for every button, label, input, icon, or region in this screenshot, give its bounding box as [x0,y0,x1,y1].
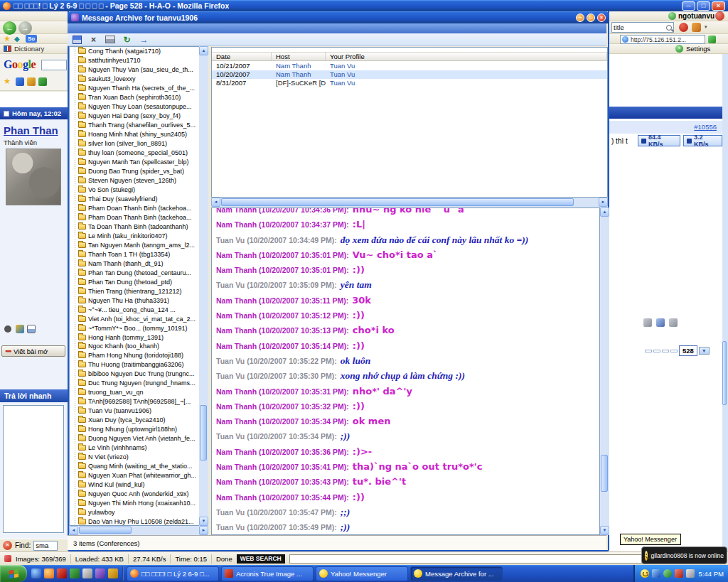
contact-item[interactable]: bibiboo Nguyen Duc Trung (trungnc... [70,370,199,379]
quicklaunch-icon[interactable] [44,568,54,578]
settings-link[interactable]: Settings [686,45,710,53]
contact-item[interactable]: Quang Minh (waiting_at_the_statio... [70,462,199,471]
scroll-right-arrow[interactable]: ► [199,526,208,535]
messages-scrollbar-vertical[interactable]: ▲ ▼ [600,208,609,535]
contact-item[interactable]: Tuan Vu (tuanvu1906) [70,406,199,416]
toolbar-extension-icon[interactable] [692,23,701,32]
menu-item[interactable] [17,17,26,18]
contact-item[interactable]: Thanh Toan 1 TH (tbg13354) [70,249,199,259]
page-dropdown[interactable]: ▼ [699,347,710,355]
column-date[interactable]: Date [212,53,272,60]
column-host[interactable]: Host [272,53,326,60]
dictionary-tab[interactable]: Dictionary [14,45,44,53]
table-row[interactable]: 8/31/2007 [DF]-SuCKeR [D... Tuan Vu [212,79,607,87]
tray-icon[interactable] [675,569,683,578]
contact-item[interactable]: Duong Bao Trung (spider_vs_bat) [70,167,199,176]
search-input[interactable]: title [611,22,674,33]
contact-item[interactable]: Nguyen Manh Tan (spellcaster_blp) [70,158,199,167]
table-row[interactable]: 10/21/2007 Nam Thanh Tuan Vu [212,62,607,70]
sidebar-tool-icon[interactable] [38,77,47,86]
avatar[interactable] [6,149,61,205]
maximize-button[interactable]: □ [697,1,710,11]
contact-item[interactable]: ~°~¥... tieu_cong_chua_124 ... [70,305,199,314]
adblock-icon[interactable] [679,23,688,32]
contact-item[interactable]: N Viet (vriezo) [70,453,199,462]
sidebar-tool-icon[interactable] [16,77,24,86]
scroll-down-arrow[interactable]: ▼ [199,517,208,526]
scroll-left-arrow[interactable]: ◄ [211,198,220,207]
contact-item[interactable]: Steven Nguyen (steven_126th) [70,176,199,185]
scrollbar-thumb[interactable] [79,527,132,534]
taskbar-button[interactable]: Acronis True Image ... [221,566,314,581]
thread-tool-icon[interactable] [656,318,665,327]
contact-item[interactable]: Wind Kul (wind_kul) [70,480,199,490]
back-button[interactable]: ← [3,21,16,35]
toolbar-overflow-icon[interactable]: ▾ [705,24,707,30]
contact-item[interactable]: Nam Thanh (thanh_dt_91) [70,259,199,268]
url-bar[interactable]: http://75.126.151.2... [620,35,705,44]
quicklaunch-icon[interactable] [95,568,105,578]
contact-item[interactable]: Viet Anh (toi_khoc_vi_mat_tat_ca_2... [70,314,199,323]
refresh-icon[interactable]: ↻ [122,35,132,45]
web-search-input[interactable] [289,554,646,564]
taskbar-button[interactable]: □□ □□□! □ Lý 2 6-9 □... [127,566,219,581]
scrollbar-thumb[interactable] [601,455,608,492]
archive-titlebar[interactable]: Message Archive for tuanvu1906 ─ □ × [68,11,609,23]
taskbar-button[interactable]: Message Archive for ... [410,566,503,581]
tree-scrollbar-vertical[interactable]: ▲ ▼ [199,46,208,526]
browser-scrollbar[interactable] [722,54,728,551]
page-link[interactable] [645,350,652,352]
contact-item[interactable]: Le Minh (taku_rinkitori0407) [70,231,199,240]
scroll-left-arrow[interactable]: ◄ [69,526,78,535]
contact-item[interactable]: thuy loan (someone_special_0501) [70,149,199,158]
contact-item[interactable]: TAnh[9692588] TAnh[9692588]_~[... [70,397,199,406]
contact-item[interactable]: Nguyen Xuan Phat (whitewarrior_gh... [70,471,199,480]
forward-button[interactable]: → [18,21,32,35]
quicklaunch-icon[interactable] [70,568,80,578]
quicklaunch-icon[interactable] [57,568,67,578]
contact-item[interactable]: Nguyen Hai Dang (sexy_boy_f4) [70,112,199,121]
archive-close-button[interactable]: × [597,14,606,22]
contact-item[interactable]: Pham Doan Thanh Binh (tackehoa... [70,203,199,212]
contact-item[interactable]: Xuan Duy (tyca_byca2410) [70,416,199,425]
find-input[interactable] [33,541,58,551]
favorites-star-icon[interactable]: ★ [4,77,11,86]
post-number-link[interactable]: #10556 [694,123,717,131]
contact-item[interactable]: Nguyen Thuy Loan (sesautonpupe... [70,102,199,112]
contact-item[interactable]: yulawboy [70,507,199,517]
contact-item[interactable]: Thai Duy (suavelyfriend) [70,195,199,204]
toolbar-account[interactable]: ngotuanvu ▾ [668,12,719,20]
contact-item[interactable]: Thien Trang (thientrang_121212) [70,286,199,296]
messages-scrollbar-horizontal[interactable]: ◄ ► [211,198,608,208]
thread-tool-icon[interactable] [669,318,678,327]
print-icon[interactable] [105,36,115,43]
contact-item[interactable]: Nguyen Thuy Van (sau_sieu_de_th... [70,65,199,75]
contact-item[interactable]: Cong Thanh (satgai1710) [70,47,199,56]
contact-item[interactable]: Thu Huong (traitimbanggia63206) [70,360,199,370]
forum-username-link[interactable]: Phan Than [4,124,58,136]
search-icon[interactable] [666,25,672,31]
close-button[interactable]: × [712,1,725,11]
card-icon[interactable] [27,325,36,333]
scrollbar-thumb[interactable] [200,405,207,460]
page-link[interactable] [670,350,678,352]
quick-reply-box[interactable] [3,405,64,533]
column-profile[interactable]: Your Profile [326,53,607,60]
contact-item[interactable]: Tran Xuan Bach (sephiroth3610) [70,93,199,102]
contact-item[interactable]: truong_tuan_vu_qn [70,388,199,397]
contact-item[interactable]: Pham Doan Thanh Binh (tackehoa... [70,212,199,222]
quicklaunch-icon[interactable] [108,568,118,578]
contact-item[interactable]: Duong Nguyen Viet Anh (vietanh_fe... [70,434,199,443]
contact-item[interactable]: Nguyen Quoc Anh (wonderkid_x9x) [70,490,199,499]
tray-icon[interactable] [652,569,660,578]
contact-item[interactable]: Thanh Trang (shanefilan_ourlives_5... [70,121,199,130]
scroll-right-arrow[interactable]: ► [599,198,608,207]
speed-badge[interactable]: 3.2 KB/s [683,135,722,146]
contact-item[interactable]: saukut3_lovexxy [70,75,199,84]
contact-item[interactable]: Hoang Minh Nhat (shiny_sun2405) [70,130,199,139]
contact-item[interactable]: Hong Hanh (tommy_1391) [70,333,199,342]
archive-minimize-button[interactable]: ─ [576,14,584,22]
contact-item[interactable]: Hong Nhung (uptowngirl188hn) [70,425,199,434]
contact-item[interactable]: Vo Son (stukegi) [70,185,199,195]
menu-item[interactable] [9,17,17,18]
